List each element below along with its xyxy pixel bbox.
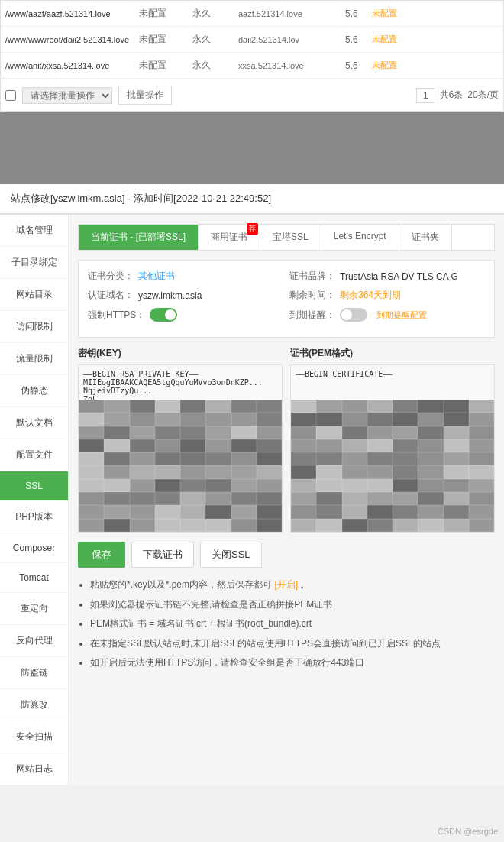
table-footer: 请选择批量操作 批量操作 1 共6条 20条/页 — [1, 79, 503, 111]
tip-item-4: 在未指定SSL默认站点时,未开启SSL的站点使用HTTPS会直接访问到已开启SS… — [90, 636, 495, 653]
tip-text-5: 如开启后无法使用HTTPS访问，请检查安全组是否正确放行443端口 — [90, 657, 364, 668]
sidebar-item-website-dir[interactable]: 网站目录 — [0, 279, 68, 311]
cert-domain-value: yszw.lmkm.asia — [138, 290, 202, 301]
sidebar-item-label: 防篡改 — [21, 698, 48, 711]
sidebar-item-reverse-proxy[interactable]: 反向代理 — [0, 625, 68, 657]
sidebar-item-website-log[interactable]: 网站日志 — [0, 753, 68, 785]
cert-section-title: 证书(PEM格式) — [290, 347, 495, 360]
tab-cert-folder[interactable]: 证书夹 — [399, 225, 452, 250]
sidebar-item-tamper-proof[interactable]: 防篡改 — [0, 689, 68, 721]
main-layout: 域名管理 子目录绑定 网站目录 访问限制 流量限制 伪静态 默认文档 配置文件 … — [0, 215, 504, 785]
perm-cell: 永久 — [192, 7, 238, 20]
cert-brand-row: 证书品牌： TrustAsia RSA DV TLS CA G — [289, 270, 485, 283]
perm-cell: 永久 — [192, 33, 238, 46]
total-count: 共6条 — [440, 89, 464, 102]
version-cell: 5.6 — [345, 60, 372, 71]
main-content: 当前证书 - [已部署SSL] 商用证书 荐 宝塔SSL Let's Encry… — [69, 215, 504, 785]
sidebar-item-label: 网站目录 — [16, 288, 53, 301]
download-cert-button[interactable]: 下载证书 — [131, 542, 194, 568]
tab-label: 宝塔SSL — [273, 232, 309, 242]
page-size: 20条/页 — [467, 89, 499, 102]
watermark: CSDN @esrgde — [438, 827, 498, 836]
sidebar-item-tomcat[interactable]: Tomcat — [0, 563, 68, 593]
path-cell: /www/anit/xxsa.521314.love — [5, 61, 139, 70]
cert-brand-value: TrustAsia RSA DV TLS CA G — [340, 271, 458, 282]
sidebar-item-label: 流量限制 — [16, 352, 53, 365]
batch-action-select[interactable]: 请选择批量操作 — [22, 87, 112, 104]
close-ssl-button[interactable]: 关闭SSL — [200, 542, 262, 568]
sidebar-item-security-scan[interactable]: 安全扫描 — [0, 721, 68, 753]
badge-cell: 未配置 — [372, 60, 418, 71]
sidebar-item-label: 默认文档 — [16, 416, 53, 429]
tab-current-cert[interactable]: 当前证书 - [已部署SSL] — [79, 225, 199, 250]
sidebar-item-config-file[interactable]: 配置文件 — [0, 439, 68, 471]
cert-type-value[interactable]: 其他证书 — [138, 270, 175, 283]
save-button[interactable]: 保存 — [78, 542, 125, 568]
select-all-checkbox[interactable] — [5, 90, 16, 101]
sidebar-item-redirect[interactable]: 重定向 — [0, 593, 68, 625]
force-https-row: 强制HTTPS： — [88, 308, 283, 322]
sidebar-item-label: SSL — [25, 481, 43, 491]
tab-recommended-badge: 荐 — [247, 223, 258, 235]
tab-baota-ssl[interactable]: 宝塔SSL — [260, 225, 321, 250]
reminder-toggle[interactable] — [340, 308, 367, 322]
sidebar-item-label: 反向代理 — [16, 634, 53, 647]
tab-label: 当前证书 - [已部署SSL] — [91, 232, 186, 242]
sidebar-item-default-doc[interactable]: 默认文档 — [0, 407, 68, 439]
tip-text-4: 在未指定SSL默认站点时,未开启SSL的站点使用HTTPS会直接访问到已开启SS… — [90, 638, 441, 649]
tab-commercial-cert[interactable]: 商用证书 荐 — [199, 225, 260, 250]
sidebar-item-label: 子目录绑定 — [11, 256, 57, 269]
sidebar-item-label: 重定向 — [21, 602, 48, 615]
sidebar-item-php-version[interactable]: PHP版本 — [0, 501, 68, 533]
tip-text-1: 粘贴您的*.key以及*.pem内容，然后保存都可 — [90, 579, 272, 590]
sidebar-item-label: 安全扫描 — [16, 730, 53, 743]
tip-link-1[interactable]: [开启] — [274, 579, 298, 590]
reminder-config-link[interactable]: 到期提醒配置 — [376, 309, 427, 321]
sidebar-item-composer[interactable]: Composer — [0, 533, 68, 563]
cert-mosaic-cover — [291, 400, 494, 532]
sidebar-item-rewrite[interactable]: 伪静态 — [0, 375, 68, 407]
force-https-toggle[interactable] — [150, 308, 177, 322]
sidebar-item-label: 域名管理 — [16, 224, 53, 237]
cert-info-right: 证书品牌： TrustAsia RSA DV TLS CA G 剩余时间： 剩余… — [289, 270, 485, 328]
key-mosaic-blocks — [79, 400, 282, 532]
sidebar-item-label: 防盗链 — [21, 666, 48, 679]
key-mosaic-cover — [79, 400, 282, 532]
cert-textarea-wrapper: ——BEGIN CERTIFICATE—— — [290, 364, 495, 533]
cert-type-label: 证书分类： — [88, 270, 134, 283]
sidebar-item-traffic-limit[interactable]: 流量限制 — [0, 343, 68, 375]
cert-reminder-row: 到期提醒： 到期提醒配置 — [289, 308, 485, 322]
table-row: /www/anit/xxsa.521314.love 未配置 永久 xxsa.5… — [1, 53, 503, 79]
batch-action-button[interactable]: 批量操作 — [118, 86, 172, 105]
sidebar-item-domain-mgmt[interactable]: 域名管理 — [0, 215, 68, 247]
tab-bar: 当前证书 - [已部署SSL] 商用证书 荐 宝塔SSL Let's Encry… — [78, 224, 495, 251]
status-cell: 未配置 — [139, 33, 192, 46]
version-cell: 5.6 — [345, 8, 372, 19]
tab-label: 证书夹 — [412, 232, 439, 242]
top-table: /www/aazf/aazf.521314.love 未配置 永久 aazf.5… — [0, 0, 504, 112]
cert-mosaic-blocks — [291, 400, 494, 532]
sidebar-item-label: 配置文件 — [16, 449, 53, 461]
perm-cell: 永久 — [192, 59, 238, 72]
tip-after-1: 。 — [300, 579, 309, 590]
cert-reminder-label: 到期提醒： — [289, 309, 335, 322]
domain-cell: xxsa.521314.love — [238, 61, 345, 70]
page-title: 站点修改[yszw.lmkm.asia] - 添加时间[2022-10-21 2… — [11, 193, 271, 204]
sidebar-item-label: 伪静态 — [21, 384, 48, 397]
sidebar-item-label: 网站日志 — [16, 763, 53, 776]
sidebar-item-label: PHP版本 — [15, 510, 53, 523]
sidebar-item-hotlink[interactable]: 防盗链 — [0, 657, 68, 689]
path-cell: /www/wwwroot/daii2.521314.love — [5, 35, 139, 44]
sidebar-item-label: 访问限制 — [16, 320, 53, 333]
force-https-label: 强制HTTPS： — [88, 309, 145, 322]
sidebar-item-subdir-bind[interactable]: 子目录绑定 — [0, 247, 68, 279]
gray-separator — [0, 112, 504, 184]
tab-lets-encrypt[interactable]: Let's Encrypt — [321, 225, 399, 250]
sidebar-item-ssl[interactable]: SSL — [0, 471, 68, 501]
cert-expiry-row: 剩余时间： 剩余364天到期 — [289, 289, 485, 302]
domain-cell: aazf.521314.love — [238, 9, 345, 18]
pagination: 1 共6条 20条/页 — [416, 88, 499, 103]
badge-cell: 未配置 — [372, 34, 418, 45]
tip-item-2: 如果浏览器提示证书链不完整,请检查是否正确拼接PEM证书 — [90, 597, 495, 614]
sidebar-item-access-control[interactable]: 访问限制 — [0, 311, 68, 343]
